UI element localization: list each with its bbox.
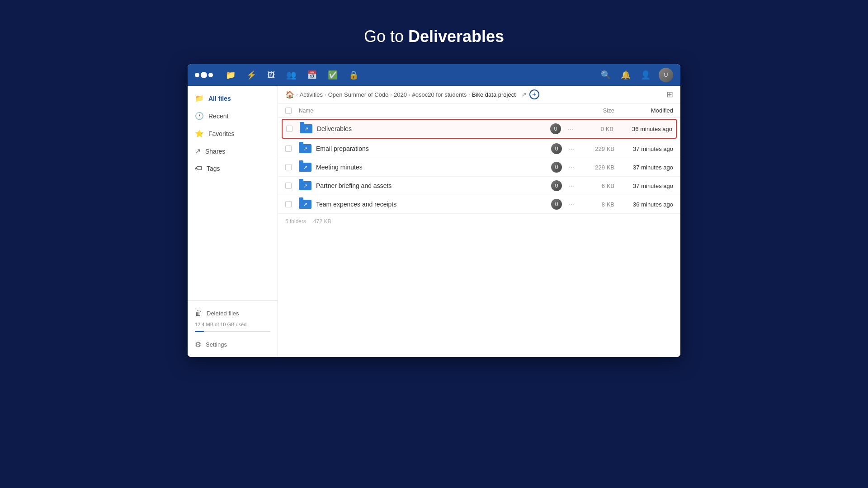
sidebar-item-favorites[interactable]: ⭐ Favorites [188, 125, 278, 142]
nav-check-icon[interactable]: ✅ [326, 68, 340, 82]
file-area: 🏠 › Activities › Open Summer of Code › 2… [278, 86, 680, 357]
storage-text: 12.4 MB of 10 GB used [188, 322, 278, 329]
breadcrumb-actions: ↗ + [521, 89, 539, 99]
file-row-partner[interactable]: ↗ Partner briefing and assets U ··· 6 KB… [278, 177, 680, 195]
breadcrumb-sep-0: › [296, 92, 298, 97]
checkbox-team[interactable] [285, 201, 292, 207]
breadcrumb-osoc[interactable]: Open Summer of Code [328, 91, 389, 98]
breadcrumb-activities[interactable]: Activities [300, 91, 323, 98]
avatar-deliverables: U [550, 123, 561, 134]
file-row-meeting[interactable]: ↗ Meeting minutes U ··· 229 KB 37 minute… [278, 158, 680, 177]
bell-icon[interactable]: 🔔 [619, 68, 632, 82]
share-arrow-deliverables: ↗ [304, 126, 308, 132]
filename-email: Email preparations [316, 145, 369, 152]
avatar-partner: U [551, 180, 562, 191]
sidebar-label-settings: Settings [206, 341, 227, 348]
sidebar-settings[interactable]: ⚙ Settings [188, 336, 278, 353]
breadcrumb-students[interactable]: #osoc20 for students [412, 91, 467, 98]
sidebar-item-recent[interactable]: 🕐 Recent [188, 107, 278, 125]
col-actions-meeting[interactable]: ··· [565, 164, 578, 171]
col-size-deliverables: 0 KB [577, 126, 613, 132]
row-check-deliverables [286, 126, 300, 132]
nav-calendar-icon[interactable]: 📅 [305, 68, 319, 82]
col-actions-deliverables[interactable]: ··· [564, 125, 577, 132]
avatar-meeting: U [551, 162, 562, 173]
col-modified-deliverables: 36 minutes ago [613, 126, 672, 132]
footer-size: 472 KB [313, 218, 331, 225]
person-icon[interactable]: 👤 [639, 68, 652, 82]
user-avatar[interactable]: U [659, 68, 673, 82]
checkbox-deliverables[interactable] [286, 126, 292, 132]
share-arrow-meeting: ↗ [303, 164, 307, 170]
sidebar-bottom: 🗑 Deleted files 12.4 MB of 10 GB used ⚙ … [188, 300, 278, 357]
col-actions-partner[interactable]: ··· [565, 182, 578, 189]
share-icon[interactable]: ↗ [521, 91, 527, 98]
page-heading: Go to Deliverables [364, 27, 504, 46]
sidebar-deleted-files[interactable]: 🗑 Deleted files [188, 305, 278, 322]
search-icon[interactable]: 🔍 [599, 68, 613, 82]
settings-icon: ⚙ [195, 340, 201, 349]
sidebar-item-shares[interactable]: ↗ Shares [188, 142, 278, 160]
col-name-partner: ↗ Partner briefing and assets [299, 181, 551, 190]
filename-partner: Partner briefing and assets [316, 182, 392, 189]
col-name-email: ↗ Email preparations [299, 144, 551, 153]
file-row-team[interactable]: ↗ Team expences and receipts U ··· 8 KB … [278, 195, 680, 214]
header-check [285, 108, 299, 114]
breadcrumb-2020[interactable]: 2020 [394, 91, 407, 98]
heading-prefix: Go to [364, 27, 408, 46]
col-actions-email[interactable]: ··· [565, 145, 578, 152]
checkbox-email[interactable] [285, 145, 292, 152]
nav-users-icon[interactable]: 👥 [284, 68, 298, 82]
storage-bar [195, 331, 270, 332]
col-name-meeting: ↗ Meeting minutes [299, 163, 551, 172]
nav-files-icon[interactable]: 📁 [224, 68, 237, 82]
checkbox-partner[interactable] [285, 183, 292, 189]
sidebar-label-deleted: Deleted files [207, 310, 239, 317]
sidebar-label-tags: Tags [207, 165, 220, 172]
file-footer: 5 folders 472 KB [278, 214, 680, 229]
col-actions-team[interactable]: ··· [565, 201, 578, 208]
nav-lock-icon[interactable]: 🔒 [347, 68, 360, 82]
logo-dot-1 [195, 73, 199, 77]
avatar-email: U [551, 143, 562, 154]
filename-meeting: Meeting minutes [316, 164, 363, 171]
header-size: Size [578, 107, 614, 114]
sidebar-item-all-files[interactable]: 📁 All files [188, 89, 278, 107]
sidebar-label-recent: Recent [208, 113, 228, 120]
col-size-team: 8 KB [578, 201, 614, 208]
logo-dot-3 [208, 73, 213, 77]
nav-image-icon[interactable]: 🖼 [265, 69, 277, 82]
file-row-deliverables[interactable]: ↗ Deliverables U ··· 0 KB 36 minutes ago [282, 119, 677, 139]
row-check-team [285, 201, 299, 207]
row-check-partner [285, 183, 299, 189]
main-content: 📁 All files 🕐 Recent ⭐ Favorites ↗ Share… [188, 86, 680, 357]
avatar-team: U [551, 199, 562, 210]
checkbox-meeting[interactable] [285, 164, 292, 170]
header-name: Name [299, 108, 578, 114]
sidebar: 📁 All files 🕐 Recent ⭐ Favorites ↗ Share… [188, 86, 278, 357]
breadcrumb-current: Bike data project [472, 91, 516, 98]
file-row-email[interactable]: ↗ Email preparations U ··· 229 KB 37 min… [278, 140, 680, 158]
breadcrumb-add-button[interactable]: + [529, 89, 539, 99]
col-size-meeting: 229 KB [578, 164, 614, 171]
sidebar-label-favorites: Favorites [208, 130, 235, 137]
sidebar-label-shares: Shares [205, 148, 225, 155]
share-arrow-partner: ↗ [303, 183, 307, 189]
select-all-checkbox[interactable] [285, 108, 292, 114]
col-size-partner: 6 KB [578, 183, 614, 189]
footer-folders: 5 folders [285, 218, 306, 225]
view-toggle-button[interactable]: ⊞ [666, 89, 673, 99]
col-modified-partner: 37 minutes ago [614, 183, 673, 189]
nav-lightning-icon[interactable]: ⚡ [245, 68, 258, 82]
all-files-icon: 📁 [195, 94, 204, 103]
storage-bar-fill [195, 331, 204, 332]
top-nav: 📁 ⚡ 🖼 👥 📅 ✅ 🔒 🔍 🔔 👤 U [188, 64, 680, 86]
tags-icon: 🏷 [195, 164, 202, 173]
folder-icon-team: ↗ [299, 200, 311, 209]
col-avatar-partner: U [551, 180, 565, 191]
col-modified-team: 36 minutes ago [614, 201, 673, 208]
breadcrumb-home[interactable]: 🏠 [285, 90, 294, 99]
row-check-email [285, 145, 299, 152]
sidebar-item-tags[interactable]: 🏷 Tags [188, 160, 278, 177]
filename-deliverables: Deliverables [317, 125, 352, 132]
